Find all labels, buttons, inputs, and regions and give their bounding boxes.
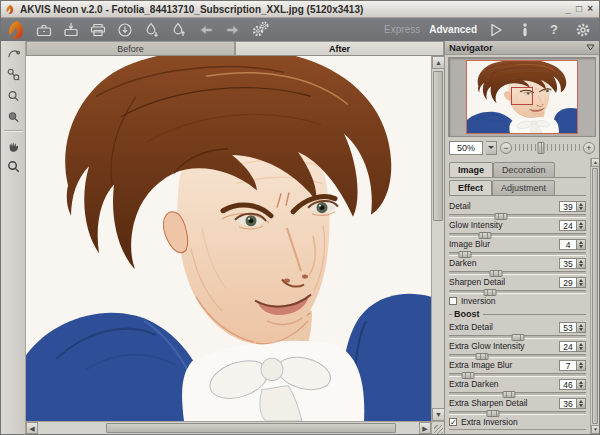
slider-track[interactable] [449, 271, 586, 275]
slider-handle[interactable] [511, 334, 524, 341]
panel-scroll-up-button[interactable]: ▲ [591, 158, 600, 167]
slider-value-input[interactable]: 36 [559, 398, 577, 409]
scroll-up-button[interactable]: ▲ [432, 56, 445, 69]
scroll-right-button[interactable]: ▶ [419, 422, 431, 434]
image-canvas[interactable] [26, 56, 431, 421]
slider-track[interactable] [449, 335, 586, 339]
minimize-button[interactable]: _ [566, 4, 572, 14]
navigator-view-frame[interactable] [511, 87, 533, 105]
tab-image[interactable]: Image [449, 162, 493, 178]
horizontal-scroll-thumb[interactable] [106, 423, 396, 433]
slider-value-input[interactable]: 24 [559, 341, 577, 352]
zoom-dropdown-button[interactable] [486, 141, 497, 155]
slider-track[interactable] [449, 252, 586, 256]
smudge-tool[interactable] [4, 65, 23, 84]
slider-value-input[interactable]: 24 [559, 220, 577, 231]
slider-handle[interactable] [484, 289, 497, 296]
slider-track[interactable] [449, 214, 586, 218]
slider-handle[interactable] [503, 391, 516, 398]
open-button[interactable] [34, 20, 54, 40]
zoom-value-input[interactable]: 50% [449, 141, 483, 155]
slider-track[interactable] [449, 411, 586, 415]
tab-after[interactable]: After [235, 41, 444, 55]
scroll-down-button[interactable]: ▼ [432, 408, 445, 421]
slider-track[interactable] [449, 392, 586, 396]
slider-handle[interactable] [459, 251, 472, 258]
slider-value-input[interactable]: 29 [559, 277, 577, 288]
export-preset-button[interactable] [169, 20, 189, 40]
hand-tool[interactable] [4, 136, 23, 155]
zoom-slider[interactable] [515, 143, 580, 153]
slider-spinner[interactable] [577, 220, 586, 231]
inversion-checkbox[interactable] [449, 297, 457, 305]
slider-spinner[interactable] [577, 258, 586, 269]
slider-handle[interactable] [489, 270, 502, 277]
help-button[interactable]: ? [544, 20, 564, 40]
about-button[interactable] [515, 20, 535, 40]
slider-handle[interactable] [486, 410, 499, 417]
import-preset-button[interactable] [142, 20, 162, 40]
slider-handle[interactable] [478, 232, 491, 239]
run-button[interactable] [486, 20, 506, 40]
slider-value-input[interactable]: 53 [559, 322, 577, 333]
slider-handle[interactable] [495, 213, 508, 220]
presets-section: Presets portrait+v [449, 429, 586, 435]
panel-scrollbar[interactable]: ▲ ▼ [590, 158, 599, 434]
canvas-vertical-scrollbar[interactable]: ▲ ▼ [431, 56, 444, 421]
preferences-button[interactable] [573, 20, 593, 40]
canvas-horizontal-scrollbar[interactable]: ◀ ▶ [26, 422, 431, 434]
slider-spinner[interactable] [577, 239, 586, 250]
zoom-tool[interactable] [4, 157, 23, 176]
panel-tabs: Image Decoration [449, 162, 586, 178]
slider-label: Extra Sharpen Detail [449, 398, 559, 408]
slider-spinner[interactable] [577, 398, 586, 409]
slider-handle[interactable] [462, 372, 475, 379]
redo-button[interactable] [223, 20, 243, 40]
share-button[interactable] [115, 20, 135, 40]
slider-track[interactable] [449, 290, 586, 294]
slider-value-input[interactable]: 46 [559, 379, 577, 390]
panel-scroll-thumb[interactable] [592, 168, 598, 424]
slider-handle[interactable] [475, 353, 488, 360]
slider-track[interactable] [449, 373, 586, 377]
panel-scroll-down-button[interactable]: ▼ [591, 425, 600, 434]
slider-track[interactable] [449, 354, 586, 358]
advanced-mode-button[interactable]: Advanced [429, 24, 477, 35]
scroll-left-button[interactable]: ◀ [26, 422, 38, 434]
extra-inversion-checkbox[interactable]: ✓ [449, 418, 457, 426]
slider-track[interactable] [449, 233, 586, 237]
slider-spinner[interactable] [577, 322, 586, 333]
resize-grip[interactable] [431, 422, 444, 435]
print-button[interactable] [88, 20, 108, 40]
tab-decoration[interactable]: Decoration [493, 162, 555, 178]
navigator-header: Navigator [445, 41, 599, 55]
navigator-preview[interactable] [448, 57, 596, 137]
slider-value-input[interactable]: 7 [559, 360, 577, 371]
slider-spinner[interactable] [577, 360, 586, 371]
undo-button[interactable] [196, 20, 216, 40]
slider-value-input[interactable]: 35 [559, 258, 577, 269]
history-brush-tool[interactable] [4, 107, 23, 126]
zoom-in-button[interactable]: + [583, 142, 595, 154]
pen-tool[interactable] [4, 44, 23, 63]
slider-spinner[interactable] [577, 341, 586, 352]
maximize-button[interactable]: □ [576, 4, 582, 14]
slider-value-input[interactable]: 39 [559, 201, 577, 212]
zoom-out-button[interactable]: − [500, 142, 512, 154]
zoom-slider-handle[interactable] [538, 142, 545, 154]
express-mode-button[interactable]: Express [384, 24, 420, 35]
tab-adjustment[interactable]: Adjustment [492, 180, 555, 196]
batch-processing-button[interactable] [250, 20, 270, 40]
slider-spinner[interactable] [577, 379, 586, 390]
save-button[interactable] [61, 20, 81, 40]
tab-before[interactable]: Before [26, 41, 235, 55]
slider-value-input[interactable]: 4 [559, 239, 577, 250]
blur-tool[interactable] [4, 86, 23, 105]
collapse-icon[interactable] [586, 44, 595, 51]
navigator-thumbnail[interactable] [466, 60, 578, 134]
tab-effect[interactable]: Effect [449, 180, 492, 196]
close-button[interactable]: × [587, 4, 593, 14]
slider-spinner[interactable] [577, 201, 586, 212]
slider-spinner[interactable] [577, 277, 586, 288]
vertical-scroll-thumb[interactable] [433, 71, 443, 221]
